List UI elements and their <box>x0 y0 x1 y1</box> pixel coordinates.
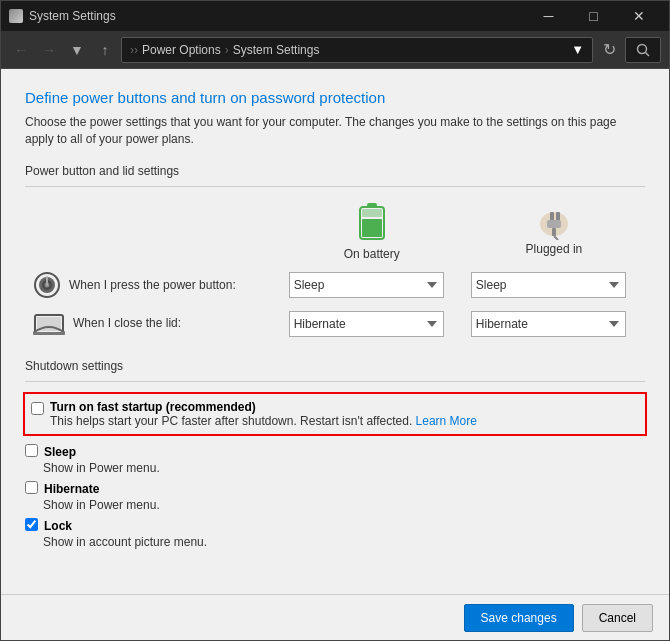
breadcrumb-power-options[interactable]: Power Options <box>142 43 221 57</box>
power-button-battery-cell: Do nothing Sleep Hibernate Shut down Tur… <box>281 265 463 305</box>
hibernate-label[interactable]: Hibernate <box>44 482 99 496</box>
fast-startup-title[interactable]: Turn on fast startup (recommended) <box>50 400 477 414</box>
cancel-button[interactable]: Cancel <box>582 604 653 632</box>
address-bar: ← → ▼ ↑ ›› Power Options › System Settin… <box>1 31 669 69</box>
power-button-battery-select[interactable]: Do nothing Sleep Hibernate Shut down Tur… <box>289 272 444 298</box>
maximize-button[interactable]: □ <box>571 1 616 31</box>
sleep-checkbox[interactable] <box>25 444 38 457</box>
system-settings-window: System Settings ─ □ ✕ ← → ▼ ↑ ›› Power O… <box>0 0 670 641</box>
lid-plugged-cell: Do nothing Sleep Hibernate Shut down Tur… <box>463 305 645 343</box>
lock-content: Lock <box>44 518 72 533</box>
fast-startup-desc: This helps start your PC faster after sh… <box>50 414 477 428</box>
breadcrumb-sep-start: ›› <box>130 43 138 57</box>
svg-rect-5 <box>362 209 382 217</box>
title-bar: System Settings ─ □ ✕ <box>1 1 669 31</box>
svg-rect-18 <box>33 332 65 335</box>
lid-row: When I close the lid: Do nothing Sleep H… <box>25 305 645 343</box>
svg-point-0 <box>638 44 647 53</box>
fast-startup-checkbox[interactable] <box>31 402 44 415</box>
svg-rect-4 <box>362 219 382 237</box>
breadcrumb-sep-1: › <box>225 43 229 57</box>
shutdown-section-divider <box>25 381 645 382</box>
back-button[interactable]: ← <box>9 38 33 62</box>
up-button[interactable]: ↑ <box>93 38 117 62</box>
lock-label[interactable]: Lock <box>44 519 72 533</box>
page-title: Define power buttons and turn on passwor… <box>25 89 645 106</box>
page-description: Choose the power settings that you want … <box>25 114 645 148</box>
recent-locations-button[interactable]: ▼ <box>65 38 89 62</box>
power-button-plugged-cell: Do nothing Sleep Hibernate Shut down Tur… <box>463 265 645 305</box>
hibernate-item: Hibernate <box>25 481 645 496</box>
svg-line-1 <box>646 52 650 56</box>
power-button-cell-label: When I press the power button: <box>25 265 281 305</box>
search-icon <box>636 43 650 57</box>
fast-startup-content: Turn on fast startup (recommended) This … <box>50 400 477 428</box>
search-button[interactable] <box>625 37 661 63</box>
lid-icon <box>33 311 65 335</box>
sleep-item: Sleep <box>25 444 645 459</box>
hibernate-desc: Show in Power menu. <box>43 498 645 512</box>
title-bar-left: System Settings <box>9 9 116 23</box>
power-section-divider <box>25 186 645 187</box>
plugged-col-label: Plugged in <box>526 242 583 256</box>
lock-item: Lock <box>25 518 645 533</box>
col-header-label <box>25 199 281 265</box>
lid-cell-label: When I close the lid: <box>25 305 281 341</box>
window-icon <box>9 9 23 23</box>
plug-icon <box>536 208 572 240</box>
sleep-label[interactable]: Sleep <box>44 445 76 459</box>
svg-line-11 <box>554 236 558 240</box>
power-button-row: When I press the power button: Do nothin… <box>25 265 645 305</box>
window-title: System Settings <box>29 9 116 23</box>
main-content: Define power buttons and turn on passwor… <box>1 69 669 594</box>
breadcrumb-dropdown-arrow[interactable]: ▼ <box>571 42 584 57</box>
learn-more-link[interactable]: Learn More <box>416 414 477 428</box>
hibernate-checkbox[interactable] <box>25 481 38 494</box>
title-bar-controls: ─ □ ✕ <box>526 1 661 31</box>
svg-rect-9 <box>547 220 561 228</box>
sleep-content: Sleep <box>44 444 76 459</box>
lid-label: When I close the lid: <box>73 316 181 330</box>
breadcrumb-bar: ›› Power Options › System Settings ▼ <box>121 37 593 63</box>
breadcrumb-system-settings: System Settings <box>233 43 320 57</box>
battery-icon <box>358 203 386 245</box>
sleep-desc: Show in Power menu. <box>43 461 645 475</box>
forward-button[interactable]: → <box>37 38 61 62</box>
power-section-label: Power button and lid settings <box>25 164 645 178</box>
lid-battery-select[interactable]: Do nothing Sleep Hibernate Shut down Tur… <box>289 311 444 337</box>
save-changes-button[interactable]: Save changes <box>464 604 574 632</box>
lock-checkbox[interactable] <box>25 518 38 531</box>
col-header-battery: On battery <box>281 199 463 265</box>
power-button-plugged-select[interactable]: Do nothing Sleep Hibernate Shut down Tur… <box>471 272 626 298</box>
battery-col-label: On battery <box>344 247 400 261</box>
fast-startup-item: Turn on fast startup (recommended) This … <box>23 392 647 436</box>
svg-rect-10 <box>552 228 556 236</box>
lock-desc: Show in account picture menu. <box>43 535 645 549</box>
hibernate-content: Hibernate <box>44 481 99 496</box>
power-button-label: When I press the power button: <box>69 278 236 292</box>
minimize-button[interactable]: ─ <box>526 1 571 31</box>
shutdown-section-label: Shutdown settings <box>25 359 645 373</box>
lid-plugged-select[interactable]: Do nothing Sleep Hibernate Shut down Tur… <box>471 311 626 337</box>
footer: Save changes Cancel <box>1 594 669 640</box>
power-settings-table: On battery <box>25 199 645 343</box>
lid-battery-cell: Do nothing Sleep Hibernate Shut down Tur… <box>281 305 463 343</box>
close-button[interactable]: ✕ <box>616 1 661 31</box>
power-button-icon <box>33 271 61 299</box>
shutdown-settings-section: Shutdown settings Turn on fast startup (… <box>25 359 645 549</box>
col-header-plugged: Plugged in <box>463 199 645 265</box>
refresh-button[interactable]: ↻ <box>597 38 621 62</box>
